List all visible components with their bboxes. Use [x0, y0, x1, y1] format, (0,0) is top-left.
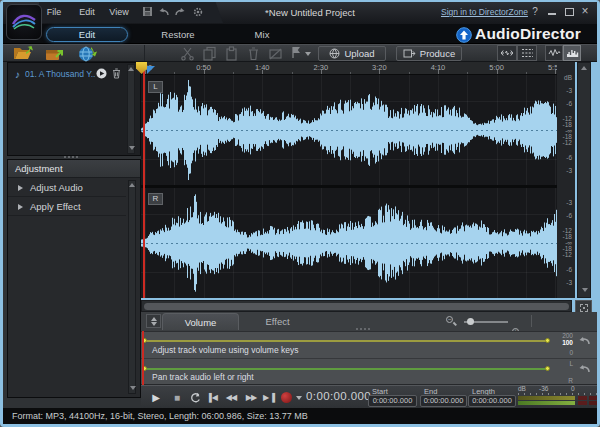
db-label: -6	[566, 100, 572, 107]
tab-edit[interactable]: Edit	[46, 27, 128, 42]
adjustment-panel: Adjustment Adjust Audio Apply Effect	[7, 159, 141, 398]
delete-icon[interactable]	[246, 46, 261, 61]
track-play-button[interactable]	[96, 68, 107, 79]
scroll-up-icon[interactable]	[128, 67, 134, 71]
db-label: -3	[566, 167, 572, 174]
waveform-hscrollbar[interactable]	[141, 300, 572, 312]
record-dropdown-arrow[interactable]	[296, 396, 302, 400]
panel-splitter[interactable]	[64, 156, 78, 158]
ruler-minor-tick	[233, 72, 234, 74]
undo-icon[interactable]	[158, 6, 171, 19]
scroll-up-icon[interactable]	[129, 183, 135, 187]
pan-scale-right: R	[554, 377, 573, 384]
ruler-tick-label: 0:50	[196, 63, 211, 72]
waveform-vscrollbar[interactable]	[577, 62, 591, 298]
volume-reset-button[interactable]	[577, 335, 593, 347]
waveform-canvas-left[interactable]	[141, 75, 557, 185]
channel-right-badge: R	[148, 193, 163, 205]
ruler-tick-label: 3:20	[372, 63, 387, 72]
play-button[interactable]: ▶	[150, 386, 162, 409]
hscrollbar-thumb[interactable]	[144, 303, 569, 310]
pan-reset-button[interactable]	[577, 363, 593, 375]
forward-button[interactable]: ▶▶	[243, 386, 259, 409]
apply-effect-item[interactable]: Apply Effect	[8, 198, 126, 216]
copy-icon[interactable]	[202, 46, 217, 61]
previous-button[interactable]: ▐◀	[205, 386, 219, 409]
ruler-minor-tick	[174, 72, 175, 74]
menu-view[interactable]: View	[105, 2, 133, 23]
tab-restore[interactable]: Restore	[150, 29, 206, 40]
tab-effect[interactable]: Effect	[239, 313, 316, 330]
track-title: 01. A Thousand Y...	[25, 69, 95, 79]
pan-scale-left: L	[554, 360, 573, 367]
paste-icon[interactable]	[224, 46, 239, 61]
trim-icon[interactable]	[268, 46, 283, 61]
save-icon[interactable]	[142, 6, 155, 19]
media-list: ♪ 01. A Thousand Y...	[7, 62, 141, 156]
adjust-audio-item[interactable]: Adjust Audio	[8, 179, 126, 197]
pan-key-dot[interactable]	[545, 366, 550, 371]
ruler-tick-label: 1:40	[255, 63, 270, 72]
loop-button[interactable]	[189, 392, 202, 404]
track-row[interactable]: ♪ 01. A Thousand Y...	[9, 65, 125, 83]
pan-key-line[interactable]	[146, 368, 549, 370]
volume-key-dot[interactable]	[545, 338, 550, 343]
cut-icon[interactable]	[180, 46, 195, 61]
volume-scale-100: 100	[554, 339, 573, 346]
tab-mix[interactable]: Mix	[240, 29, 284, 40]
close-button[interactable]: ×	[579, 5, 591, 17]
scroll-down-icon[interactable]	[130, 386, 136, 390]
row-divider	[141, 358, 597, 359]
next-button[interactable]: ▶▐	[262, 386, 276, 409]
scroll-down-icon[interactable]	[582, 288, 588, 292]
automation-rows: Adjust track volume using volume keys 20…	[141, 331, 597, 385]
waveform-view-toggle[interactable]	[545, 45, 563, 61]
help-button[interactable]: ?	[529, 6, 541, 18]
minimize-button[interactable]	[548, 13, 556, 15]
scroll-up-icon[interactable]	[581, 66, 587, 70]
transport-bar: ▶ ■ ▐◀ ◀◀ ▶▶ ▶▐ 0:00:00.000 Start 0:00:0…	[141, 385, 597, 408]
media-list-scrollbar[interactable]	[127, 64, 135, 154]
upload-label: Upload	[344, 48, 374, 59]
ruler-tick-label: 4:10	[431, 63, 446, 72]
maximize-button[interactable]	[565, 8, 574, 16]
record-button[interactable]	[281, 392, 292, 403]
menu-file[interactable]: File	[41, 2, 67, 23]
track-delete-icon[interactable]	[112, 68, 121, 79]
db-label: -6	[566, 212, 572, 219]
stop-button[interactable]: ■	[171, 386, 183, 409]
open-file-icon[interactable]	[13, 45, 36, 61]
tab-volume[interactable]: Volume	[162, 313, 239, 330]
volume-key-line[interactable]	[146, 340, 549, 342]
marker-dropdown-arrow[interactable]	[305, 52, 311, 56]
adjustment-scrollbar[interactable]	[128, 180, 136, 394]
zoom-divider	[531, 315, 532, 327]
panel-collapse-button[interactable]	[146, 314, 161, 328]
start-field[interactable]: 0:00:00.000	[368, 395, 417, 407]
zoom-slider-thumb[interactable]	[467, 318, 474, 325]
scroll-down-icon[interactable]	[129, 146, 135, 150]
rewind-button[interactable]: ◀◀	[223, 386, 239, 409]
length-field[interactable]: 0:00:00.000	[468, 395, 516, 407]
end-field[interactable]: 0:00:00.000	[420, 395, 467, 407]
selection-marker-icon[interactable]	[147, 66, 155, 74]
clip-blocks-toggle[interactable]	[517, 45, 537, 61]
fit-icon	[580, 304, 588, 312]
db-label: -3	[566, 199, 572, 206]
rows-splitter[interactable]	[356, 328, 370, 330]
fit-waveform-toggle[interactable]	[497, 45, 517, 61]
spectrum-view-toggle[interactable]	[563, 45, 581, 61]
zoom-out-icon[interactable]: −	[445, 315, 459, 328]
marker-icon[interactable]	[291, 46, 302, 59]
import-media-icon[interactable]	[45, 46, 66, 61]
playhead-line[interactable]	[143, 62, 145, 298]
ruler-tick-label: 2:30	[313, 63, 328, 72]
volume-row-label: Adjust track volume using volume keys	[152, 345, 298, 355]
produce-button[interactable]: Produce	[396, 46, 462, 61]
waveform-canvas-right[interactable]	[141, 188, 557, 298]
timeline-ruler[interactable]: 0:000:501:402:303:204:105:005:50	[141, 62, 572, 75]
upload-button[interactable]: Upload	[318, 46, 386, 61]
menu-edit[interactable]: Edit	[74, 2, 100, 23]
download-media-icon[interactable]	[77, 45, 98, 62]
signin-directorzone-link[interactable]: Sign in to DirectorZone	[441, 7, 528, 17]
